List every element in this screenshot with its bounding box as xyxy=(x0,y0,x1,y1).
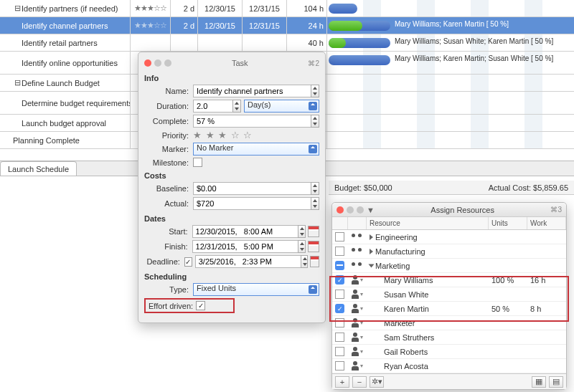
duration-stepper[interactable] xyxy=(232,100,241,113)
assign-zoom-icon[interactable] xyxy=(357,206,364,214)
disclosure-triangle-icon[interactable] xyxy=(370,249,373,254)
units-cell[interactable]: 100 % xyxy=(489,276,527,285)
resource-name: Gail Roberts xyxy=(367,348,489,356)
priority-stars[interactable]: ★★★☆☆ xyxy=(134,4,166,13)
resource-checkbox[interactable]: ✓ xyxy=(335,275,344,285)
finish-calendar-icon[interactable] xyxy=(308,241,319,252)
task-row[interactable]: Identify retail partners40 hMary William… xyxy=(0,34,574,52)
view-button-2[interactable]: ▤ xyxy=(549,376,563,388)
priority-stars[interactable]: ★ ★ ★ ☆ ☆ xyxy=(193,130,253,140)
gantt-cell xyxy=(327,0,574,16)
task-name: Identify channel partners xyxy=(22,21,108,30)
person-icon xyxy=(351,333,359,343)
person-dropdown-icon[interactable]: ▾ xyxy=(360,277,363,283)
start-field[interactable] xyxy=(192,225,298,238)
start-stepper[interactable] xyxy=(298,225,306,238)
resource-row[interactable]: ✓▾Mary Williams100 %16 h xyxy=(332,273,566,287)
deadline-field[interactable] xyxy=(195,255,301,268)
zoom-icon[interactable] xyxy=(164,59,171,67)
person-dropdown-icon[interactable]: ▾ xyxy=(360,334,363,340)
view-button-1[interactable]: ▦ xyxy=(532,376,546,388)
name-field[interactable] xyxy=(193,85,311,97)
finish-field[interactable] xyxy=(192,240,298,253)
resource-group-row[interactable]: Marketing xyxy=(332,259,566,273)
resource-row[interactable]: ▾Ryan Acosta xyxy=(332,359,566,373)
group-checkbox[interactable] xyxy=(335,247,344,256)
start-calendar-icon[interactable] xyxy=(308,226,319,237)
duration-unit-select[interactable]: Day(s) xyxy=(244,100,319,113)
dropdown-icon[interactable]: ▼ xyxy=(367,206,375,214)
dur-cell: 2 d xyxy=(171,17,198,34)
disclosure-icon[interactable]: ⊟ xyxy=(13,78,22,87)
finish-stepper[interactable] xyxy=(298,240,306,253)
effort-driven-checkbox[interactable] xyxy=(196,301,205,310)
gantt-bar[interactable] xyxy=(329,38,390,48)
minimize-icon[interactable] xyxy=(154,59,161,67)
deadline-checkbox[interactable] xyxy=(184,257,192,267)
marker-select[interactable]: No Marker xyxy=(193,143,319,156)
deadline-stepper[interactable] xyxy=(301,255,308,268)
baseline-stepper[interactable] xyxy=(311,182,319,195)
person-dropdown-icon[interactable]: ▾ xyxy=(360,348,363,355)
partial-check-icon[interactable] xyxy=(335,261,344,270)
duration-field[interactable] xyxy=(193,100,233,113)
group-icon xyxy=(351,234,362,241)
resource-row[interactable]: ▾Gail Roberts xyxy=(332,345,566,359)
task-name: Define Launch Budget xyxy=(22,79,100,87)
d1-cell: 12/30/15 xyxy=(198,17,243,34)
d1-cell: 12/30/15 xyxy=(198,0,243,16)
resource-row[interactable]: ✓▾Karen Martin50 %8 h xyxy=(332,302,566,316)
section-info: Info xyxy=(144,74,319,82)
tab-launch-schedule[interactable]: Launch Schedule xyxy=(0,161,77,176)
task-row[interactable]: ⊟Identify partners (if needed)★★★☆☆2 d12… xyxy=(0,0,574,17)
name-stepper[interactable] xyxy=(311,85,319,97)
complete-stepper[interactable] xyxy=(311,115,319,128)
assign-close-icon[interactable] xyxy=(337,206,344,214)
resource-checkbox[interactable] xyxy=(335,290,344,299)
assign-title: Assign Resources xyxy=(375,206,551,214)
assign-minimize-icon[interactable] xyxy=(347,206,354,214)
person-dropdown-icon[interactable]: ▾ xyxy=(360,305,363,312)
disclosure-icon[interactable]: ⊟ xyxy=(13,4,22,13)
gantt-bar[interactable] xyxy=(329,4,357,14)
group-icon xyxy=(351,248,362,255)
hrs-cell: 40 h xyxy=(287,34,327,51)
resource-checkbox[interactable] xyxy=(335,347,344,356)
task-row[interactable]: Identify channel partners★★★☆☆2 d12/30/1… xyxy=(0,17,574,34)
resource-group-row[interactable]: Manufacturing xyxy=(332,244,566,259)
person-dropdown-icon[interactable]: ▾ xyxy=(360,291,363,297)
work-cell[interactable]: 8 h xyxy=(527,305,566,313)
resource-row[interactable]: ▾Marketer xyxy=(332,316,566,330)
gantt-bar[interactable] xyxy=(329,21,390,31)
add-button[interactable]: + xyxy=(335,376,349,388)
disclosure-triangle-icon[interactable] xyxy=(370,234,373,240)
gantt-bar[interactable] xyxy=(329,55,390,65)
resource-name: Sam Struthers xyxy=(367,333,489,342)
progress-bar xyxy=(329,21,362,31)
baseline-field[interactable] xyxy=(193,182,311,195)
group-checkbox[interactable] xyxy=(335,232,344,242)
actual-stepper[interactable] xyxy=(311,197,319,210)
resource-row[interactable]: ▾Susan White xyxy=(332,287,566,302)
person-dropdown-icon[interactable]: ▾ xyxy=(360,320,363,326)
person-dropdown-icon[interactable]: ▾ xyxy=(360,363,363,369)
resource-checkbox[interactable]: ✓ xyxy=(335,304,344,313)
resource-checkbox[interactable] xyxy=(335,361,344,371)
actual-field[interactable] xyxy=(193,197,311,210)
work-cell[interactable]: 16 h xyxy=(527,276,566,285)
priority-stars[interactable]: ★★★☆☆ xyxy=(134,21,166,30)
disclosure-triangle-icon[interactable] xyxy=(369,264,375,267)
resource-checkbox[interactable] xyxy=(335,333,344,342)
resource-group-row[interactable]: Engineering xyxy=(332,230,566,244)
remove-button[interactable]: − xyxy=(352,376,367,388)
task-inspector: Task ⌘2 Info Name: Duration: Day(s) Comp… xyxy=(138,52,326,323)
resource-checkbox[interactable] xyxy=(335,318,344,328)
milestone-checkbox[interactable] xyxy=(193,158,202,167)
close-icon[interactable] xyxy=(144,59,151,67)
gear-button[interactable]: ✲▾ xyxy=(370,376,384,388)
deadline-calendar-icon[interactable] xyxy=(310,256,319,267)
complete-field[interactable] xyxy=(193,115,311,128)
units-cell[interactable]: 50 % xyxy=(489,305,527,313)
type-select[interactable]: Fixed Units xyxy=(193,283,319,296)
resource-row[interactable]: ▾Sam Struthers xyxy=(332,330,566,345)
